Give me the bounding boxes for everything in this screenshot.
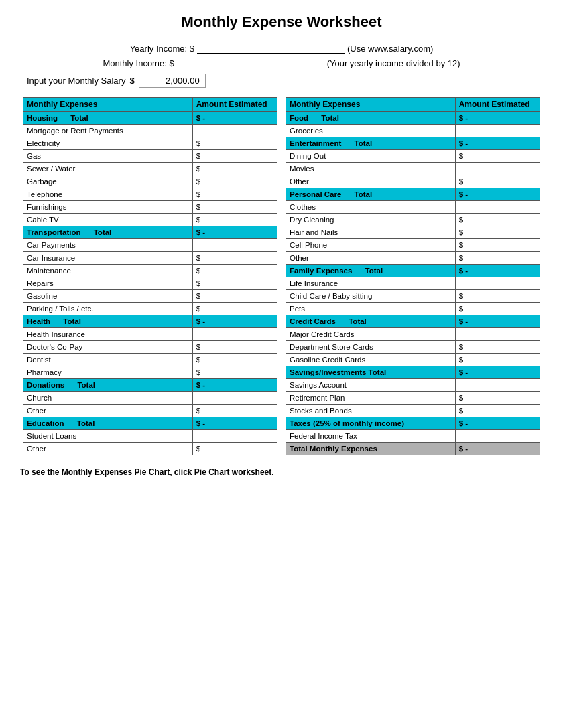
salary-currency: $ <box>129 76 134 86</box>
expense-label: Federal Income Tax <box>286 430 456 443</box>
table-row: Dentist$ <box>23 354 277 366</box>
expense-amount[interactable]: $ - <box>455 188 540 201</box>
expense-amount[interactable]: $ <box>455 214 540 226</box>
table-row: Sewer / Water$ <box>23 163 277 175</box>
expense-amount[interactable] <box>192 239 277 252</box>
monthly-income-input[interactable] <box>177 58 324 68</box>
expense-amount[interactable]: $ <box>455 354 540 366</box>
table-row: Doctor's Co-Pay$ <box>23 341 277 354</box>
expense-amount[interactable]: $ <box>455 290 540 303</box>
table-row: Taxes (25% of monthly income)$ - <box>286 417 540 430</box>
table-row: Child Care / Baby sitting$ <box>286 290 540 303</box>
expense-amount[interactable] <box>455 379 540 392</box>
expense-amount[interactable]: $ <box>455 405 540 417</box>
table-row: Clothes <box>286 201 540 214</box>
monthly-income-note: (Your yearly income divided by 12) <box>327 58 460 68</box>
expense-amount[interactable]: $ - <box>192 315 277 328</box>
expense-amount[interactable]: $ <box>455 226 540 239</box>
table-row: Housing Total$ - <box>23 112 277 125</box>
expense-label: Life Insurance <box>286 277 456 290</box>
expense-amount[interactable]: $ - <box>455 417 540 430</box>
expense-amount[interactable]: $ - <box>192 226 277 239</box>
expense-amount[interactable] <box>455 430 540 443</box>
expense-amount[interactable]: $ <box>192 163 277 175</box>
expense-amount[interactable]: $ - <box>455 366 540 379</box>
expense-label: Hair and Nails <box>286 226 456 239</box>
expense-amount[interactable]: $ <box>192 150 277 163</box>
expense-amount[interactable] <box>455 201 540 214</box>
table-row: Telephone$ <box>23 188 277 201</box>
expense-amount[interactable]: $ <box>192 366 277 379</box>
table-row: Electricity$ <box>23 137 277 150</box>
expense-label: Food Total <box>286 112 456 125</box>
expense-amount[interactable]: $ <box>455 341 540 354</box>
salary-value[interactable]: 2,000.00 <box>139 74 206 88</box>
expense-amount[interactable]: $ <box>455 392 540 405</box>
expense-amount[interactable]: $ <box>455 239 540 252</box>
expense-amount[interactable] <box>455 277 540 290</box>
table-row: Health Insurance <box>23 328 277 341</box>
expense-amount[interactable]: $ <box>192 265 277 277</box>
expense-label: Cable TV <box>23 214 193 226</box>
expense-amount[interactable]: $ <box>192 214 277 226</box>
expense-label: Other <box>286 175 456 188</box>
expense-label: Movies <box>286 163 456 175</box>
expense-label: Maintenance <box>23 265 193 277</box>
expense-label: Other <box>23 443 193 455</box>
left-expense-table: Monthly Expenses Amount Estimated Housin… <box>23 97 277 455</box>
expense-amount[interactable]: $ - <box>455 137 540 150</box>
expense-label: Other <box>23 405 193 417</box>
expense-amount[interactable]: $ <box>455 252 540 265</box>
expense-amount[interactable]: $ <box>192 201 277 214</box>
expense-amount[interactable]: $ <box>192 188 277 201</box>
table-row: Department Store Cards$ <box>286 341 540 354</box>
expense-amount[interactable]: $ - <box>455 112 540 125</box>
expense-amount[interactable] <box>192 328 277 341</box>
left-col1-header: Monthly Expenses <box>23 98 193 112</box>
table-row: Church <box>23 392 277 405</box>
table-row: Retirement Plan$ <box>286 392 540 405</box>
expense-label: Student Loans <box>23 430 193 443</box>
table-row: Student Loans <box>23 430 277 443</box>
expense-label: Department Store Cards <box>286 341 456 354</box>
expense-amount[interactable] <box>192 392 277 405</box>
expense-amount[interactable] <box>455 328 540 341</box>
expense-amount[interactable]: $ - <box>455 265 540 277</box>
expense-amount[interactable]: $ <box>192 341 277 354</box>
yearly-income-input[interactable] <box>197 43 345 54</box>
expense-amount[interactable]: $ <box>455 303 540 315</box>
expense-label: Gas <box>23 150 193 163</box>
salary-label: Input your Monthly Salary <box>27 76 125 86</box>
expense-amount[interactable] <box>455 125 540 137</box>
table-row: Pets$ <box>286 303 540 315</box>
expense-amount[interactable]: $ - <box>192 379 277 392</box>
expense-amount[interactable]: $ <box>192 175 277 188</box>
expense-amount[interactable] <box>192 430 277 443</box>
expense-amount[interactable]: $ <box>192 405 277 417</box>
expense-amount[interactable] <box>455 163 540 175</box>
expense-label: Total Monthly Expenses <box>286 443 456 455</box>
table-row: Education Total$ - <box>23 417 277 430</box>
expense-amount[interactable]: $ - <box>192 112 277 125</box>
expense-amount[interactable]: $ <box>192 137 277 150</box>
expense-amount[interactable]: $ <box>192 252 277 265</box>
expense-amount[interactable]: $ <box>192 354 277 366</box>
expense-amount[interactable]: $ <box>192 443 277 455</box>
table-row: Car Payments <box>23 239 277 252</box>
expense-amount[interactable]: $ <box>455 175 540 188</box>
expense-amount[interactable]: $ <box>192 277 277 290</box>
table-row: Other$ <box>23 443 277 455</box>
expense-amount[interactable]: $ - <box>455 315 540 328</box>
expense-label: Savings Account <box>286 379 456 392</box>
expense-amount[interactable]: $ <box>192 290 277 303</box>
expense-amount[interactable]: $ <box>192 303 277 315</box>
expense-amount[interactable]: $ <box>455 150 540 163</box>
expense-amount[interactable]: $ - <box>192 417 277 430</box>
table-row: Groceries <box>286 125 540 137</box>
expense-amount[interactable]: $ - <box>455 443 540 455</box>
expense-amount[interactable] <box>192 125 277 137</box>
expense-label: Clothes <box>286 201 456 214</box>
table-row: Maintenance$ <box>23 265 277 277</box>
expense-label: Church <box>23 392 193 405</box>
expense-label: Entertainment Total <box>286 137 456 150</box>
